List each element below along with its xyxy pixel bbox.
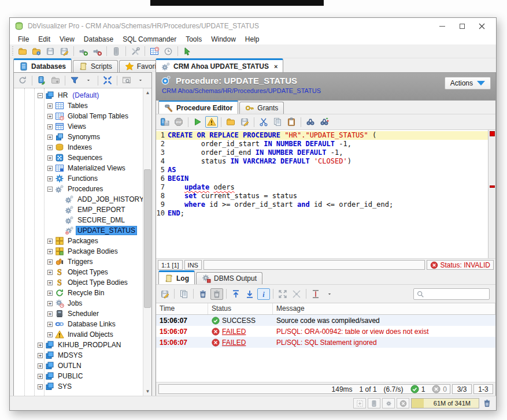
clear-button[interactable] (197, 288, 209, 300)
tree-expand-toggle[interactable]: + (47, 259, 53, 265)
create-connection-button[interactable] (35, 75, 48, 86)
code-line[interactable]: 10END; (156, 209, 488, 218)
tree-expand-toggle[interactable]: + (38, 353, 43, 358)
search-input[interactable] (426, 290, 487, 298)
garbage-collect-button[interactable] (481, 399, 493, 408)
tree-item-indexes[interactable]: +Indexes (14, 142, 143, 153)
tools-button[interactable] (129, 46, 142, 57)
minimize-button[interactable] (432, 19, 452, 33)
log-row[interactable]: 15:06:07 FAILED PL/SQL: SQL Statement ig… (156, 337, 495, 348)
menu-window[interactable]: Window (206, 35, 240, 44)
database-server-button[interactable] (110, 46, 123, 57)
sql-editor[interactable]: 1CREATE OR REPLACE PROCEDURE "HR"."UPDAT… (156, 130, 495, 258)
tree-item-secure-dml[interactable]: SECURE_DML (14, 215, 143, 225)
log-row[interactable]: 15:06:07 FAILED PL/SQL: ORA-00942: table… (156, 326, 495, 337)
tree-item-functions[interactable]: +Functions (14, 173, 143, 184)
info-button[interactable]: i (257, 288, 270, 300)
save-as-button[interactable] (158, 288, 171, 300)
tree-item-update-status[interactable]: UPDATE_STATUS (14, 225, 143, 236)
error-marker[interactable] (490, 185, 495, 188)
scrollbar-thumb[interactable] (144, 169, 151, 308)
tree-item-invalid-objects[interactable]: +Invalid Objects (14, 329, 143, 340)
tree-expand-toggle[interactable]: + (47, 291, 53, 296)
tree-item-object-types[interactable]: +SObject Types (14, 267, 143, 277)
tree-expand-toggle[interactable]: + (47, 311, 53, 317)
caret-button[interactable] (323, 288, 336, 300)
filter-button[interactable] (68, 75, 81, 86)
tree-item-object-type-bodies[interactable]: +SObject Type Bodies (14, 277, 143, 288)
scroll-top-button[interactable] (230, 288, 242, 300)
refresh-button[interactable] (16, 75, 29, 86)
copy-button[interactable] (271, 116, 284, 128)
row-height-button[interactable] (309, 288, 322, 300)
create-folder-button[interactable] (49, 75, 62, 86)
actions-button[interactable]: Actions (445, 77, 491, 90)
tree-expand-toggle[interactable]: + (47, 145, 53, 150)
tree-item-global-temp-tables[interactable]: +Global Temp Tables (14, 111, 143, 121)
clear-on-execute-button[interactable] (210, 288, 223, 300)
collapse-all-button[interactable] (101, 75, 114, 86)
open-folder-button[interactable] (16, 46, 29, 57)
tree-expand-toggle[interactable]: + (47, 280, 53, 285)
tab-log[interactable]: Log (158, 270, 195, 284)
close-tab-icon[interactable]: × (274, 63, 277, 70)
copy-button[interactable] (177, 288, 190, 300)
menu-view[interactable]: View (55, 35, 79, 44)
menu-file[interactable]: File (13, 35, 34, 44)
tree-expand-toggle[interactable]: + (47, 114, 53, 119)
error-status-button[interactable] (397, 398, 409, 408)
menu-sql-commander[interactable]: SQL Commander (118, 35, 181, 44)
breadcrumb[interactable]: CRM Ahoa/Schemas/HR/Procedures/UPDATE_ST… (162, 87, 491, 94)
show-in-window-button[interactable] (120, 75, 133, 86)
tree-item-jobs[interactable]: +Jobs (14, 298, 143, 309)
tree-expand-toggle[interactable]: + (47, 239, 53, 244)
menu-edit[interactable]: Edit (34, 35, 55, 44)
collapse-rows-button[interactable] (290, 288, 303, 300)
warnings-button[interactable] (205, 116, 218, 128)
tree-expand-toggle[interactable]: + (38, 374, 43, 379)
tree-scrollbar[interactable]: ▲ ▼ (143, 88, 151, 396)
server-status-button[interactable] (368, 398, 380, 408)
scrollbar-down-icon[interactable]: ▼ (143, 387, 152, 396)
tree-item-materialized-views[interactable]: +Materialized Views (14, 163, 143, 173)
code-line[interactable]: 7 update oders (156, 183, 488, 192)
caret-button[interactable] (82, 75, 95, 86)
error-stripe[interactable] (488, 130, 495, 258)
cut-button[interactable] (257, 116, 270, 128)
menu-help[interactable]: Help (240, 35, 264, 44)
save-as-button[interactable] (238, 116, 251, 128)
tree-item-mdsys[interactable]: +MDSYS (14, 350, 143, 360)
error-marker[interactable] (490, 131, 495, 136)
code-line[interactable]: 5AS (156, 166, 488, 174)
tree-item-kihub-prodplan[interactable]: +KIHUB_PRODPLAN (14, 340, 143, 350)
tree-expand-toggle[interactable]: + (47, 103, 53, 109)
tree-item-sequences[interactable]: +Sequences (14, 153, 143, 163)
tree-expand-toggle[interactable]: + (47, 135, 53, 140)
tree-item-sys[interactable]: +SYS (14, 381, 143, 392)
tree-expand-toggle[interactable]: + (47, 322, 53, 327)
caret-button[interactable] (134, 75, 147, 86)
tab-dbms-output[interactable]: DBMS Output (196, 272, 262, 284)
clock-history-button[interactable] (162, 46, 175, 57)
tree-expand-toggle[interactable]: + (47, 166, 53, 171)
fit-selection-button[interactable] (353, 398, 366, 408)
maximize-button[interactable] (452, 19, 472, 33)
toolbar-grip[interactable] (12, 46, 13, 57)
find-button[interactable] (304, 116, 317, 128)
paste-button[interactable] (285, 116, 298, 128)
column-header-status[interactable]: Status (208, 303, 273, 314)
tree-expand-toggle[interactable]: + (47, 270, 53, 275)
memory-indicator[interactable]: 61M of 341M (411, 398, 479, 408)
tree-expand-toggle[interactable]: + (47, 155, 53, 161)
code-line[interactable]: 1CREATE OR REPLACE PROCEDURE "HR"."UPDAT… (156, 131, 488, 140)
tree-expand-toggle[interactable]: + (38, 343, 43, 348)
code-line[interactable]: 4 status IN VARCHAR2 DEFAULT 'CLOSED') (156, 157, 488, 166)
tree-item-packages[interactable]: +Packages (14, 236, 143, 246)
tree-item-recycle-bin[interactable]: +Recycle Bin (14, 288, 143, 298)
tab-procedure-editor[interactable]: Procedure Editor (158, 100, 238, 114)
scroll-bottom-button[interactable] (243, 288, 256, 300)
code-line[interactable]: 3 order_id_end IN NUMBER DEFAULT -1, (156, 148, 488, 157)
execute-cursor-button[interactable] (181, 46, 194, 57)
tree-item-outln[interactable]: +OUTLN (14, 360, 143, 371)
tree-item-package-bodies[interactable]: +Package Bodies (14, 246, 143, 257)
